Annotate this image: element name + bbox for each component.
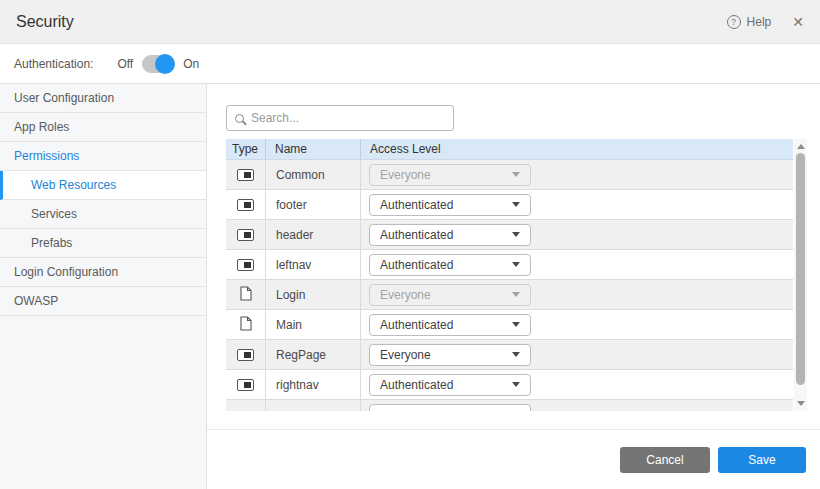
web-resources-table: Type Name Access Level CommonEveryonefoo… bbox=[226, 139, 807, 411]
search-input[interactable] bbox=[251, 111, 445, 125]
partial-page-icon bbox=[237, 199, 254, 211]
access-level-value: Everyone bbox=[380, 288, 431, 302]
name-cell: footer bbox=[266, 190, 361, 219]
access-level-dropdown: Everyone bbox=[369, 284, 531, 306]
sidebar-item-permissions[interactable]: Permissions bbox=[0, 142, 206, 171]
chevron-down-icon bbox=[512, 202, 520, 207]
column-header-name: Name bbox=[266, 139, 361, 159]
type-cell bbox=[226, 250, 266, 279]
authentication-row: Authentication: Off On bbox=[0, 44, 820, 84]
table-row: footerAuthenticated bbox=[226, 190, 793, 220]
access-level-dropdown[interactable]: Authenticated bbox=[369, 314, 531, 336]
access-level-dropdown[interactable]: Authenticated bbox=[369, 254, 531, 276]
partial-page-icon bbox=[237, 259, 254, 271]
page-title: Security bbox=[16, 13, 74, 31]
type-cell bbox=[226, 340, 266, 369]
toggle-knob bbox=[155, 54, 175, 74]
access-level-cell: Everyone bbox=[361, 160, 793, 189]
sidebar-item-label: Login Configuration bbox=[14, 265, 118, 279]
search-icon bbox=[235, 114, 244, 123]
sidebar-item-label: User Configuration bbox=[14, 91, 114, 105]
sidebar-item-owasp[interactable]: OWASP bbox=[0, 287, 206, 316]
table-scrollbar[interactable] bbox=[794, 139, 807, 411]
access-level-value: Authenticated bbox=[380, 228, 453, 242]
titlebar: Security ? Help ✕ bbox=[0, 0, 820, 44]
sidebar-item-label: Prefabs bbox=[31, 236, 72, 250]
authentication-label: Authentication: bbox=[14, 57, 93, 71]
table-row: leftnavAuthenticated bbox=[226, 250, 793, 280]
table-row: RegPageEveryone bbox=[226, 340, 793, 370]
access-level-dropdown[interactable] bbox=[369, 404, 531, 412]
access-level-cell: Authenticated bbox=[361, 250, 793, 279]
partial-page-icon bbox=[237, 349, 254, 361]
sidebar-item-prefabs[interactable]: Prefabs bbox=[0, 229, 206, 258]
name-cell: rightnav bbox=[266, 370, 361, 399]
type-cell bbox=[226, 160, 266, 189]
table-row: headerAuthenticated bbox=[226, 220, 793, 250]
name-cell: Login bbox=[266, 280, 361, 309]
page-icon bbox=[240, 316, 252, 334]
partial-page-icon bbox=[237, 229, 254, 241]
name-cell: header bbox=[266, 220, 361, 249]
close-icon[interactable]: ✕ bbox=[792, 14, 804, 30]
access-level-value: Authenticated bbox=[380, 198, 453, 212]
access-level-value: Everyone bbox=[380, 348, 431, 362]
sidebar-item-app-roles[interactable]: App Roles bbox=[0, 113, 206, 142]
sidebar-item-services[interactable]: Services bbox=[0, 200, 206, 229]
access-level-cell: Everyone bbox=[361, 340, 793, 369]
access-level-value: Authenticated bbox=[380, 258, 453, 272]
name-cell: Common bbox=[266, 160, 361, 189]
help-button[interactable]: ? Help bbox=[727, 15, 772, 29]
footer-buttons: Cancel Save bbox=[620, 447, 806, 473]
search-box bbox=[226, 105, 454, 131]
sidebar-item-label: App Roles bbox=[14, 120, 69, 134]
access-level-dropdown: Everyone bbox=[369, 164, 531, 186]
chevron-down-icon bbox=[512, 292, 520, 297]
authentication-toggle[interactable] bbox=[142, 55, 174, 73]
sidebar-item-web-resources[interactable]: Web Resources bbox=[0, 171, 206, 200]
sidebar-item-user-configuration[interactable]: User Configuration bbox=[0, 84, 206, 113]
chevron-down-icon bbox=[512, 172, 520, 177]
table-row: LoginEveryone bbox=[226, 280, 793, 310]
access-level-dropdown[interactable]: Everyone bbox=[369, 344, 531, 366]
cancel-button[interactable]: Cancel bbox=[620, 447, 710, 473]
toggle-on-label: On bbox=[183, 57, 199, 71]
scrollbar-thumb[interactable] bbox=[796, 153, 805, 385]
sidebar: User ConfigurationApp RolesPermissionsWe… bbox=[0, 84, 207, 489]
save-button[interactable]: Save bbox=[718, 447, 806, 473]
access-level-value: Authenticated bbox=[380, 318, 453, 332]
access-level-cell: Authenticated bbox=[361, 370, 793, 399]
chevron-down-icon bbox=[512, 232, 520, 237]
permissions-panel: Type Name Access Level CommonEveryonefoo… bbox=[207, 84, 820, 489]
table-row: rightnavAuthenticated bbox=[226, 370, 793, 400]
partial-page-icon bbox=[237, 169, 254, 181]
name-cell: Main bbox=[266, 310, 361, 339]
access-level-dropdown[interactable]: Authenticated bbox=[369, 224, 531, 246]
scroll-down-icon[interactable] bbox=[797, 401, 805, 406]
sidebar-item-label: Permissions bbox=[14, 149, 79, 163]
column-header-access-level: Access Level bbox=[361, 139, 793, 159]
type-cell bbox=[226, 280, 266, 309]
access-level-cell: Authenticated bbox=[361, 310, 793, 339]
sidebar-item-label: OWASP bbox=[14, 294, 58, 308]
type-cell bbox=[226, 220, 266, 249]
table-row: MainAuthenticated bbox=[226, 310, 793, 340]
access-level-value: Authenticated bbox=[380, 378, 453, 392]
name-cell bbox=[266, 400, 361, 411]
sidebar-item-login-configuration[interactable]: Login Configuration bbox=[0, 258, 206, 287]
partial-page-icon bbox=[237, 379, 254, 391]
access-level-cell: Authenticated bbox=[361, 190, 793, 219]
access-level-dropdown[interactable]: Authenticated bbox=[369, 374, 531, 396]
name-cell: RegPage bbox=[266, 340, 361, 369]
column-header-type: Type bbox=[226, 139, 266, 159]
scroll-up-icon[interactable] bbox=[797, 144, 805, 149]
chevron-down-icon bbox=[512, 352, 520, 357]
access-level-cell: Everyone bbox=[361, 280, 793, 309]
access-level-cell: Authenticated bbox=[361, 220, 793, 249]
access-level-value: Everyone bbox=[380, 168, 431, 182]
access-level-dropdown[interactable]: Authenticated bbox=[369, 194, 531, 216]
table-row bbox=[226, 400, 793, 411]
table-header-row: Type Name Access Level bbox=[226, 139, 793, 160]
type-cell bbox=[226, 400, 266, 411]
chevron-down-icon bbox=[512, 322, 520, 327]
